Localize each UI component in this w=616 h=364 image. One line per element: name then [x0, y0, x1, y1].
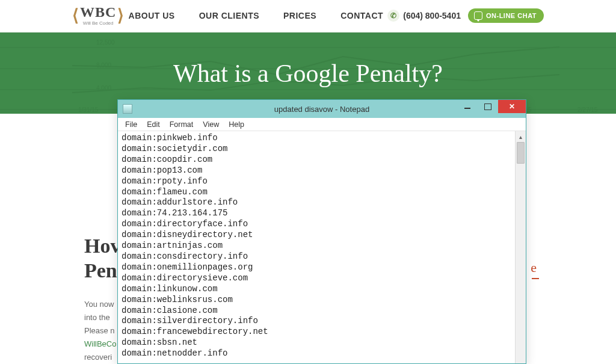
- svg-text:1/31/15: 1/31/15: [78, 106, 99, 113]
- notepad-body: domain:pinkweb.info domain:societydir.co…: [118, 131, 526, 363]
- window-controls: [457, 100, 526, 114]
- notepad-app-icon: [123, 104, 132, 114]
- maximize-button[interactable]: [478, 100, 498, 113]
- menu-help[interactable]: Help: [225, 119, 248, 130]
- menu-edit[interactable]: Edit: [143, 119, 164, 130]
- phone-icon: ✆: [387, 10, 399, 22]
- logo-text: WBC: [80, 5, 116, 19]
- logo-subtitle: Will Be Coded: [83, 20, 114, 26]
- svg-text:4,000: 4,000: [96, 85, 111, 91]
- nav-clients[interactable]: OUR CLIENTS: [199, 11, 259, 20]
- online-chat-button[interactable]: ON-LINE CHAT: [468, 8, 544, 23]
- logo-bracket-right: ⟩: [117, 7, 124, 24]
- side-line: [532, 278, 539, 279]
- top-nav: ⟨ WBC Will Be Coded ⟩ ABOUT US OUR CLIEN…: [0, 0, 616, 32]
- chat-icon: [474, 11, 482, 20]
- page-title: What is a Google Penalty?: [173, 59, 443, 88]
- phone-number: (604) 800-5401: [403, 11, 461, 20]
- main-nav: ABOUT US OUR CLIENTS PRICES CONTACT: [129, 11, 384, 20]
- nav-prices[interactable]: PRICES: [283, 11, 316, 20]
- vertical-scrollbar[interactable]: ▴: [515, 131, 526, 363]
- menu-format[interactable]: Format: [166, 119, 197, 130]
- menu-view[interactable]: View: [199, 119, 223, 130]
- svg-text:12,500: 12,500: [96, 39, 115, 46]
- notepad-window: updated disavow - Notepad File Edit Form…: [117, 99, 526, 364]
- nav-contact[interactable]: CONTACT: [340, 11, 383, 20]
- menu-file[interactable]: File: [122, 119, 141, 130]
- notepad-menubar: File Edit Format View Help: [118, 118, 526, 131]
- close-button[interactable]: [498, 100, 526, 113]
- svg-text:8,000: 8,000: [96, 62, 111, 69]
- logo[interactable]: ⟨ WBC Will Be Coded ⟩: [72, 5, 124, 26]
- minimize-button[interactable]: [457, 100, 478, 113]
- chat-label: ON-LINE CHAT: [486, 12, 537, 19]
- svg-text:2/27/15: 2/27/15: [578, 106, 598, 113]
- phone-link[interactable]: ✆ (604) 800-5401: [387, 10, 461, 22]
- logo-bracket-left: ⟨: [72, 7, 79, 24]
- notepad-text-area[interactable]: domain:pinkweb.info domain:societydir.co…: [118, 131, 515, 363]
- notepad-titlebar[interactable]: updated disavow - Notepad: [118, 100, 526, 118]
- nav-about[interactable]: ABOUT US: [129, 11, 175, 20]
- side-letter: e: [531, 260, 537, 276]
- scroll-thumb[interactable]: [517, 142, 525, 164]
- header-right: ✆ (604) 800-5401 ON-LINE CHAT: [387, 8, 544, 23]
- scroll-up-arrow[interactable]: ▴: [516, 131, 526, 142]
